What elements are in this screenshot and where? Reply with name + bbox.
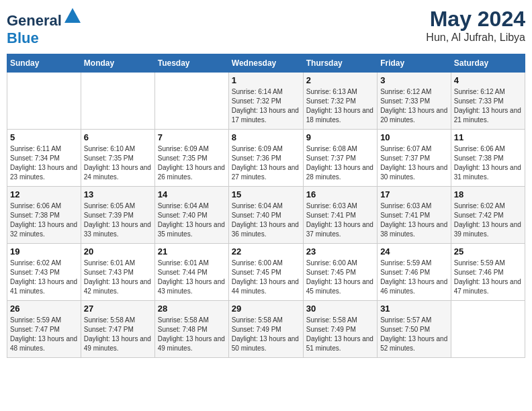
calendar-cell: 14 Sunrise: 6:04 AMSunset: 7:40 PMDaylig…: [154, 187, 228, 244]
day-number: 21: [158, 246, 226, 257]
day-number: 14: [158, 189, 226, 199]
month-title: May 2024: [426, 7, 525, 32]
day-info: Sunrise: 6:10 AMSunset: 7:35 PMDaylight:…: [84, 145, 151, 181]
calendar-cell: 12 Sunrise: 6:06 AMSunset: 7:38 PMDaylig…: [7, 187, 81, 244]
week-row-4: 19 Sunrise: 6:02 AMSunset: 7:43 PMDaylig…: [7, 244, 525, 301]
day-info: Sunrise: 5:59 AMSunset: 7:47 PMDaylight:…: [10, 316, 77, 352]
day-number: 2: [306, 75, 374, 85]
calendar-cell: 21 Sunrise: 6:01 AMSunset: 7:44 PMDaylig…: [154, 244, 228, 301]
day-info: Sunrise: 6:12 AMSunset: 7:33 PMDaylight:…: [380, 88, 447, 124]
day-number: 19: [10, 246, 78, 257]
day-info: Sunrise: 5:58 AMSunset: 7:49 PMDaylight:…: [232, 316, 299, 352]
calendar-cell: 7 Sunrise: 6:09 AMSunset: 7:35 PMDayligh…: [154, 130, 228, 187]
calendar-cell: 9 Sunrise: 6:08 AMSunset: 7:37 PMDayligh…: [303, 130, 377, 187]
calendar-cell: 4 Sunrise: 6:12 AMSunset: 7:33 PMDayligh…: [451, 73, 525, 130]
day-number: 30: [306, 304, 374, 314]
day-info: Sunrise: 5:59 AMSunset: 7:46 PMDaylight:…: [454, 259, 521, 295]
day-number: 1: [232, 75, 300, 85]
day-number: 23: [306, 246, 374, 257]
calendar-cell: 24 Sunrise: 5:59 AMSunset: 7:46 PMDaylig…: [378, 244, 451, 301]
day-info: Sunrise: 5:58 AMSunset: 7:47 PMDaylight:…: [84, 316, 151, 352]
calendar-cell: 5 Sunrise: 6:11 AMSunset: 7:34 PMDayligh…: [7, 130, 81, 187]
day-info: Sunrise: 6:04 AMSunset: 7:40 PMDaylight:…: [158, 202, 225, 238]
calendar-cell: 3 Sunrise: 6:12 AMSunset: 7:33 PMDayligh…: [378, 73, 451, 130]
day-info: Sunrise: 6:08 AMSunset: 7:37 PMDaylight:…: [306, 145, 373, 181]
header-sunday: Sunday: [7, 54, 81, 73]
day-number: 8: [232, 132, 300, 142]
calendar-cell: 15 Sunrise: 6:04 AMSunset: 7:40 PMDaylig…: [228, 187, 303, 244]
calendar-cell: 28 Sunrise: 5:58 AMSunset: 7:48 PMDaylig…: [154, 301, 228, 358]
calendar-cell: [154, 73, 228, 130]
day-number: 3: [380, 75, 448, 85]
day-number: 22: [232, 246, 300, 257]
day-info: Sunrise: 5:57 AMSunset: 7:50 PMDaylight:…: [380, 316, 447, 352]
calendar-cell: [451, 301, 525, 358]
day-info: Sunrise: 5:58 AMSunset: 7:48 PMDaylight:…: [158, 316, 225, 352]
svg-marker-0: [64, 8, 81, 23]
day-info: Sunrise: 6:06 AMSunset: 7:38 PMDaylight:…: [10, 202, 77, 238]
day-info: Sunrise: 6:03 AMSunset: 7:41 PMDaylight:…: [380, 202, 447, 238]
day-number: 25: [454, 246, 522, 257]
day-number: 18: [454, 189, 522, 199]
title-block: May 2024 Hun, Al Jufrah, Libya: [426, 7, 525, 44]
header-wednesday: Wednesday: [228, 54, 303, 73]
day-number: 17: [380, 189, 448, 199]
day-info: Sunrise: 6:00 AMSunset: 7:45 PMDaylight:…: [232, 259, 299, 295]
calendar-table: SundayMondayTuesdayWednesdayThursdayFrid…: [7, 54, 525, 358]
day-number: 28: [158, 304, 226, 314]
logo-blue-text: Blue: [7, 30, 39, 46]
calendar-cell: [7, 73, 81, 130]
header-thursday: Thursday: [303, 54, 377, 73]
calendar-cell: 27 Sunrise: 5:58 AMSunset: 7:47 PMDaylig…: [81, 301, 154, 358]
day-number: 4: [454, 75, 522, 85]
day-info: Sunrise: 6:09 AMSunset: 7:35 PMDaylight:…: [158, 145, 225, 181]
day-info: Sunrise: 6:03 AMSunset: 7:41 PMDaylight:…: [306, 202, 373, 238]
week-row-3: 12 Sunrise: 6:06 AMSunset: 7:38 PMDaylig…: [7, 187, 525, 244]
day-info: Sunrise: 5:59 AMSunset: 7:46 PMDaylight:…: [380, 259, 447, 295]
calendar-cell: 19 Sunrise: 6:02 AMSunset: 7:43 PMDaylig…: [7, 244, 81, 301]
day-info: Sunrise: 6:09 AMSunset: 7:36 PMDaylight:…: [232, 145, 299, 181]
day-number: 7: [158, 132, 226, 142]
calendar-cell: 20 Sunrise: 6:01 AMSunset: 7:43 PMDaylig…: [81, 244, 154, 301]
day-info: Sunrise: 6:13 AMSunset: 7:32 PMDaylight:…: [306, 88, 373, 124]
day-info: Sunrise: 6:01 AMSunset: 7:43 PMDaylight:…: [84, 259, 151, 295]
day-info: Sunrise: 6:06 AMSunset: 7:38 PMDaylight:…: [454, 145, 521, 181]
calendar-cell: 10 Sunrise: 6:07 AMSunset: 7:37 PMDaylig…: [378, 130, 451, 187]
calendar-cell: 30 Sunrise: 5:58 AMSunset: 7:49 PMDaylig…: [303, 301, 377, 358]
day-info: Sunrise: 6:01 AMSunset: 7:44 PMDaylight:…: [158, 259, 225, 295]
day-number: 15: [232, 189, 300, 199]
calendar-cell: 16 Sunrise: 6:03 AMSunset: 7:41 PMDaylig…: [303, 187, 377, 244]
day-info: Sunrise: 6:14 AMSunset: 7:32 PMDaylight:…: [232, 88, 299, 124]
calendar-cell: 22 Sunrise: 6:00 AMSunset: 7:45 PMDaylig…: [228, 244, 303, 301]
location: Hun, Al Jufrah, Libya: [426, 32, 525, 44]
calendar-cell: 18 Sunrise: 6:02 AMSunset: 7:42 PMDaylig…: [451, 187, 525, 244]
calendar-cell: 11 Sunrise: 6:06 AMSunset: 7:38 PMDaylig…: [451, 130, 525, 187]
calendar-cell: [81, 73, 154, 130]
logo: General Blue: [7, 7, 82, 47]
day-number: 31: [380, 304, 448, 314]
week-row-5: 26 Sunrise: 5:59 AMSunset: 7:47 PMDaylig…: [7, 301, 525, 358]
header-tuesday: Tuesday: [154, 54, 228, 73]
day-info: Sunrise: 6:04 AMSunset: 7:40 PMDaylight:…: [232, 202, 299, 238]
day-number: 13: [84, 189, 152, 199]
day-number: 20: [84, 246, 152, 257]
day-info: Sunrise: 6:05 AMSunset: 7:39 PMDaylight:…: [84, 202, 151, 238]
header-friday: Friday: [378, 54, 451, 73]
day-info: Sunrise: 6:12 AMSunset: 7:33 PMDaylight:…: [454, 88, 521, 124]
calendar-cell: 1 Sunrise: 6:14 AMSunset: 7:32 PMDayligh…: [228, 73, 303, 130]
day-number: 10: [380, 132, 448, 142]
logo-icon: [63, 7, 82, 26]
calendar-cell: 23 Sunrise: 6:00 AMSunset: 7:45 PMDaylig…: [303, 244, 377, 301]
calendar-cell: 13 Sunrise: 6:05 AMSunset: 7:39 PMDaylig…: [81, 187, 154, 244]
calendar-cell: 25 Sunrise: 5:59 AMSunset: 7:46 PMDaylig…: [451, 244, 525, 301]
week-row-2: 5 Sunrise: 6:11 AMSunset: 7:34 PMDayligh…: [7, 130, 525, 187]
day-info: Sunrise: 6:02 AMSunset: 7:43 PMDaylight:…: [10, 259, 77, 295]
calendar-cell: 6 Sunrise: 6:10 AMSunset: 7:35 PMDayligh…: [81, 130, 154, 187]
day-info: Sunrise: 6:00 AMSunset: 7:45 PMDaylight:…: [306, 259, 373, 295]
day-info: Sunrise: 5:58 AMSunset: 7:49 PMDaylight:…: [306, 316, 373, 352]
day-info: Sunrise: 6:11 AMSunset: 7:34 PMDaylight:…: [10, 145, 77, 181]
calendar-cell: 2 Sunrise: 6:13 AMSunset: 7:32 PMDayligh…: [303, 73, 377, 130]
day-info: Sunrise: 6:07 AMSunset: 7:37 PMDaylight:…: [380, 145, 447, 181]
logo-general-text: General: [7, 12, 62, 29]
day-number: 27: [84, 304, 152, 314]
